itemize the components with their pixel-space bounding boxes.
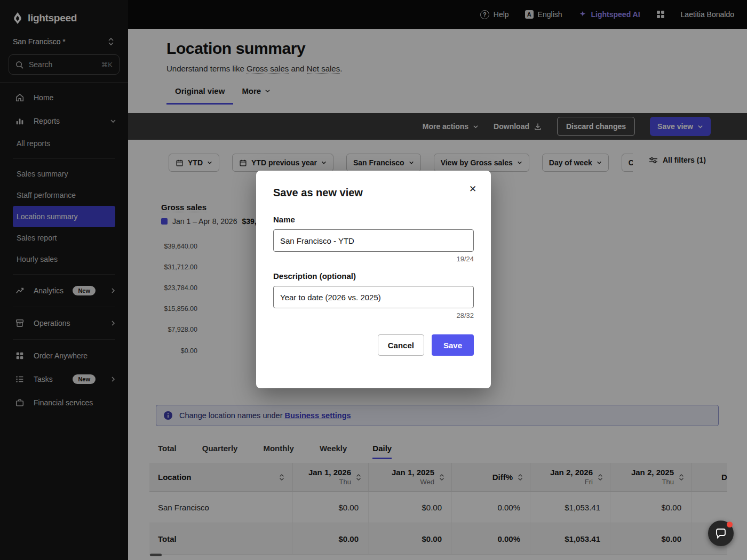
name-field-label: Name	[273, 215, 474, 224]
modal-title: Save as new view	[273, 187, 474, 199]
cancel-button[interactable]: Cancel	[378, 334, 424, 356]
save-button[interactable]: Save	[432, 334, 474, 356]
close-icon[interactable]: ✕	[465, 181, 480, 196]
view-description-input[interactable]	[273, 286, 474, 308]
chat-launcher-button[interactable]	[708, 521, 734, 546]
description-char-count: 28/32	[273, 311, 474, 319]
view-name-input[interactable]	[273, 229, 474, 252]
modal-actions: Cancel Save	[273, 334, 474, 356]
name-char-count: 19/24	[273, 255, 474, 263]
description-field-label: Description (optional)	[273, 271, 474, 281]
notification-dot	[727, 522, 733, 527]
chat-bubble-icon	[714, 527, 727, 540]
save-view-modal: Save as new view ✕ Name 19/24 Descriptio…	[256, 171, 491, 388]
